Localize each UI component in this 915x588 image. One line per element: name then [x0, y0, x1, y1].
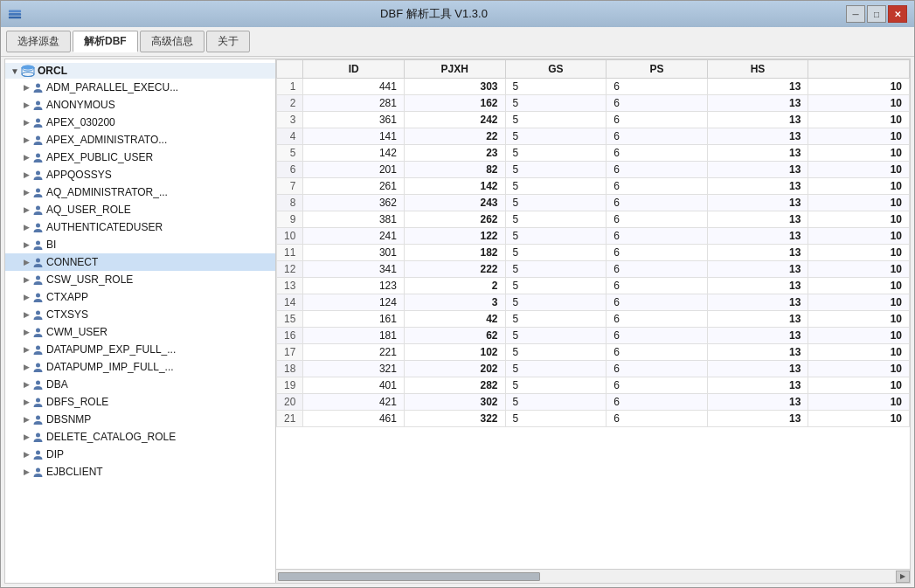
- tree-item-label: APEX_030200: [46, 116, 115, 128]
- cell-hs: 13: [707, 245, 808, 261]
- tree-item[interactable]: ▶AUTHENTICATEDUSER: [5, 218, 275, 236]
- tree-item-expand-arrow: ▶: [21, 100, 31, 110]
- cell-hs: 13: [707, 195, 808, 211]
- svg-point-16: [36, 258, 40, 262]
- tree-item[interactable]: ▶DIP: [5, 446, 275, 463]
- table-row: 11301182561310: [277, 245, 910, 261]
- tree-item[interactable]: ▶AQ_USER_ROLE: [5, 201, 275, 218]
- tree-item-label: AQ_USER_ROLE: [46, 204, 131, 216]
- tree-item[interactable]: ▶BI: [5, 236, 275, 253]
- horizontal-scroll-area[interactable]: ▶: [276, 569, 910, 583]
- tree-item[interactable]: ▶DBA: [5, 376, 275, 393]
- user-icon: [31, 151, 44, 163]
- tree-item[interactable]: ▶EJBCLIENT: [5, 463, 275, 481]
- tree-item[interactable]: ▶CTXAPP: [5, 288, 275, 306]
- tree-item-expand-arrow: ▶: [21, 432, 31, 442]
- table-body: 1441303561310228116256131033612425613104…: [277, 79, 910, 427]
- tree-item[interactable]: ▶DBFS_ROLE: [5, 393, 275, 411]
- user-icon: [31, 378, 44, 391]
- tree-expand-icon: ▼: [9, 65, 21, 77]
- table-container[interactable]: IDPJXHGSPSHS 144130356131022811625613103…: [276, 59, 910, 569]
- cell-pjxh: 22: [404, 128, 505, 145]
- tree-item-expand-arrow: ▶: [21, 397, 31, 407]
- tree-item[interactable]: ▶APEX_PUBLIC_USER: [5, 149, 275, 166]
- tree-item[interactable]: ▶APPQOSSYS: [5, 166, 275, 183]
- horizontal-scrollbar-thumb[interactable]: [278, 572, 540, 581]
- scroll-right-arrow[interactable]: ▶: [896, 571, 910, 583]
- tree-item[interactable]: ▶CSW_USR_ROLE: [5, 271, 275, 288]
- cell-hs: 13: [707, 261, 808, 278]
- cell-ps: 6: [607, 377, 708, 394]
- cell-ps: 6: [607, 245, 708, 261]
- cell-hs: 13: [707, 228, 808, 245]
- tree-item-label: APEX_ADMINISTRATO...: [46, 134, 167, 146]
- col-header-hs: HS: [707, 60, 808, 79]
- cell-id: 361: [303, 112, 405, 128]
- user-icon: [31, 431, 44, 443]
- cell-rownum: 15: [277, 311, 303, 328]
- tree-item[interactable]: ▶CTXSYS: [5, 306, 275, 323]
- tree-item-label: DBA: [46, 378, 68, 391]
- cell-rownum: 14: [277, 294, 303, 311]
- col-header-gs: GS: [505, 60, 607, 79]
- tree-item-label: DELETE_CATALOG_ROLE: [46, 431, 176, 443]
- tree-item[interactable]: ▶AQ_ADMINISTRATOR_...: [5, 183, 275, 201]
- cell-hs: 13: [707, 361, 808, 377]
- table-row: 1441303561310: [277, 79, 910, 95]
- close-button[interactable]: ✕: [888, 5, 907, 23]
- minimize-button[interactable]: ─: [846, 5, 865, 23]
- cell-extra: 10: [808, 228, 910, 245]
- cell-id: 123: [303, 278, 405, 294]
- user-icon: [31, 99, 44, 111]
- svg-point-19: [36, 310, 40, 315]
- main-window: DBF 解析工具 V1.3.0 ─ □ ✕ 选择源盘解析DBF高级信息关于 ▼: [0, 0, 915, 588]
- col-header-extra: [808, 60, 910, 79]
- tree-item[interactable]: ▶DBSNMP: [5, 411, 275, 428]
- maximize-button[interactable]: □: [867, 5, 886, 23]
- tree-item-expand-arrow: ▶: [21, 467, 31, 477]
- tab-select-source[interactable]: 选择源盘: [6, 31, 71, 52]
- cell-id: 441: [303, 79, 405, 95]
- cell-id: 261: [303, 178, 405, 195]
- cell-hs: 13: [707, 162, 808, 178]
- cell-pjxh: 282: [404, 377, 505, 394]
- tree-item[interactable]: ▶APEX_030200: [5, 114, 275, 131]
- tree-item-expand-arrow: ▶: [21, 327, 31, 337]
- tree-item[interactable]: ▶CONNECT: [5, 253, 275, 271]
- tree-item[interactable]: ▶ANONYMOUS: [5, 96, 275, 114]
- tab-about[interactable]: 关于: [206, 31, 250, 52]
- table-row: 10241122561310: [277, 228, 910, 245]
- tree-item[interactable]: ▶DELETE_CATALOG_ROLE: [5, 428, 275, 446]
- tree-root-item[interactable]: ▼ ORCL: [5, 63, 275, 79]
- tree-item[interactable]: ▶CWM_USER: [5, 323, 275, 341]
- tab-advanced-info[interactable]: 高级信息: [140, 31, 204, 52]
- tree-item[interactable]: ▶APEX_ADMINISTRATO...: [5, 131, 275, 149]
- tree-item-label: ADM_PARALLEL_EXECU...: [46, 81, 178, 93]
- cell-ps: 6: [607, 162, 708, 178]
- user-icon: [31, 361, 44, 373]
- cell-pjxh: 242: [404, 112, 505, 128]
- tree-scroll[interactable]: ▼ ORCL ▶ADM_PAR: [5, 59, 275, 583]
- cell-gs: 5: [505, 344, 607, 361]
- cell-ps: 6: [607, 195, 708, 211]
- cell-gs: 5: [505, 211, 607, 228]
- tree-item-expand-arrow: ▶: [21, 239, 31, 250]
- cell-pjxh: 182: [404, 245, 505, 261]
- cell-extra: 10: [808, 278, 910, 294]
- tree-item[interactable]: ▶DATAPUMP_EXP_FULL_...: [5, 341, 275, 358]
- tree-item[interactable]: ▶ADM_PARALLEL_EXECU...: [5, 79, 275, 96]
- tab-parse-dbf[interactable]: 解析DBF: [73, 31, 138, 52]
- table-head: IDPJXHGSPSHS: [277, 60, 910, 79]
- cell-hs: 13: [707, 394, 808, 411]
- cell-hs: 13: [707, 128, 808, 145]
- tree-item-label: AUTHENTICATEDUSER: [46, 221, 163, 233]
- cell-pjxh: 322: [404, 411, 505, 427]
- table-row: 21461322561310: [277, 411, 910, 427]
- svg-point-22: [36, 363, 40, 367]
- tree-item-expand-arrow: ▶: [21, 257, 31, 267]
- cell-id: 124: [303, 294, 405, 311]
- tree-item-label: CWM_USER: [46, 326, 107, 338]
- cell-extra: 10: [808, 394, 910, 411]
- tree-item[interactable]: ▶DATAPUMP_IMP_FULL_...: [5, 358, 275, 376]
- cell-ps: 6: [607, 95, 708, 112]
